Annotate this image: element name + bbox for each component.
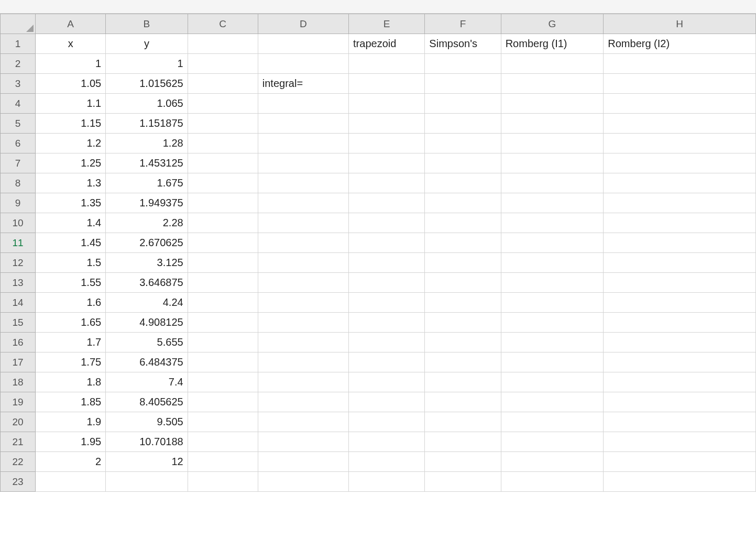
cell-B11[interactable]: 2.670625 <box>106 233 188 253</box>
cell-C6[interactable] <box>188 134 258 153</box>
cell-E3[interactable] <box>349 74 425 94</box>
cell-G7[interactable] <box>501 153 604 173</box>
cell-C18[interactable] <box>188 372 258 392</box>
cell-G17[interactable] <box>501 352 604 372</box>
cell-F23[interactable] <box>425 472 501 492</box>
cell-A7[interactable]: 1.25 <box>36 153 106 173</box>
cell-E11[interactable] <box>349 233 425 253</box>
row-head-20[interactable]: 20 <box>1 412 36 432</box>
cell-H16[interactable] <box>604 333 756 352</box>
cell-C22[interactable] <box>188 452 258 472</box>
cell-E20[interactable] <box>349 412 425 432</box>
cell-H14[interactable] <box>604 293 756 313</box>
cell-H23[interactable] <box>604 472 756 492</box>
col-head-H[interactable]: H <box>604 14 756 34</box>
cell-B1[interactable]: y <box>106 34 188 54</box>
cell-A12[interactable]: 1.5 <box>36 253 106 273</box>
cell-D6[interactable] <box>258 134 348 153</box>
row-head-16[interactable]: 16 <box>1 333 36 352</box>
cell-G6[interactable] <box>501 134 604 153</box>
cell-A2[interactable]: 1 <box>36 54 106 74</box>
cell-A4[interactable]: 1.1 <box>36 94 106 114</box>
cell-C5[interactable] <box>188 114 258 134</box>
cell-A18[interactable]: 1.8 <box>36 372 106 392</box>
cell-B20[interactable]: 9.505 <box>106 412 188 432</box>
row-head-9[interactable]: 9 <box>1 193 36 213</box>
cell-F10[interactable] <box>425 213 501 233</box>
cell-B6[interactable]: 1.28 <box>106 134 188 153</box>
cell-D12[interactable] <box>258 253 348 273</box>
cell-D9[interactable] <box>258 193 348 213</box>
cell-G8[interactable] <box>501 173 604 193</box>
cell-E4[interactable] <box>349 94 425 114</box>
cell-A21[interactable]: 1.95 <box>36 432 106 452</box>
cell-H7[interactable] <box>604 153 756 173</box>
cell-F13[interactable] <box>425 273 501 293</box>
cell-D1[interactable] <box>258 34 348 54</box>
cell-B16[interactable]: 5.655 <box>106 333 188 352</box>
cell-C21[interactable] <box>188 432 258 452</box>
cell-G15[interactable] <box>501 313 604 333</box>
cell-F18[interactable] <box>425 372 501 392</box>
cell-A19[interactable]: 1.85 <box>36 392 106 412</box>
cell-B21[interactable]: 10.70188 <box>106 432 188 452</box>
cell-F5[interactable] <box>425 114 501 134</box>
cell-G13[interactable] <box>501 273 604 293</box>
cell-D21[interactable] <box>258 432 348 452</box>
cell-E10[interactable] <box>349 213 425 233</box>
cell-E19[interactable] <box>349 392 425 412</box>
cell-B12[interactable]: 3.125 <box>106 253 188 273</box>
cell-D4[interactable] <box>258 94 348 114</box>
cell-F2[interactable] <box>425 54 501 74</box>
cell-H10[interactable] <box>604 213 756 233</box>
cell-A17[interactable]: 1.75 <box>36 352 106 372</box>
cell-E18[interactable] <box>349 372 425 392</box>
cell-B5[interactable]: 1.151875 <box>106 114 188 134</box>
cell-A23[interactable] <box>36 472 106 492</box>
cell-E2[interactable] <box>349 54 425 74</box>
row-head-3[interactable]: 3 <box>1 74 36 94</box>
cell-A22[interactable]: 2 <box>36 452 106 472</box>
cell-D16[interactable] <box>258 333 348 352</box>
cell-F6[interactable] <box>425 134 501 153</box>
cell-G4[interactable] <box>501 94 604 114</box>
cell-D23[interactable] <box>258 472 348 492</box>
cell-G20[interactable] <box>501 412 604 432</box>
cell-C19[interactable] <box>188 392 258 412</box>
cell-F16[interactable] <box>425 333 501 352</box>
cell-C23[interactable] <box>188 472 258 492</box>
cell-G19[interactable] <box>501 392 604 412</box>
cell-E17[interactable] <box>349 352 425 372</box>
cell-E12[interactable] <box>349 253 425 273</box>
cell-A5[interactable]: 1.15 <box>36 114 106 134</box>
cell-H20[interactable] <box>604 412 756 432</box>
cell-B4[interactable]: 1.065 <box>106 94 188 114</box>
cell-D19[interactable] <box>258 392 348 412</box>
cell-C20[interactable] <box>188 412 258 432</box>
cell-H22[interactable] <box>604 452 756 472</box>
cell-A20[interactable]: 1.9 <box>36 412 106 432</box>
row-head-19[interactable]: 19 <box>1 392 36 412</box>
cell-C1[interactable] <box>188 34 258 54</box>
col-head-F[interactable]: F <box>425 14 501 34</box>
cell-G12[interactable] <box>501 253 604 273</box>
cell-H8[interactable] <box>604 173 756 193</box>
cell-E1[interactable]: trapezoid <box>349 34 425 54</box>
cell-E13[interactable] <box>349 273 425 293</box>
cell-B23[interactable] <box>106 472 188 492</box>
row-head-1[interactable]: 1 <box>1 34 36 54</box>
row-head-5[interactable]: 5 <box>1 114 36 134</box>
row-head-6[interactable]: 6 <box>1 134 36 153</box>
cell-G21[interactable] <box>501 432 604 452</box>
cell-B17[interactable]: 6.484375 <box>106 352 188 372</box>
col-head-C[interactable]: C <box>188 14 258 34</box>
cell-H4[interactable] <box>604 94 756 114</box>
row-head-10[interactable]: 10 <box>1 213 36 233</box>
cell-F17[interactable] <box>425 352 501 372</box>
cell-A13[interactable]: 1.55 <box>36 273 106 293</box>
cell-E22[interactable] <box>349 452 425 472</box>
cell-B22[interactable]: 12 <box>106 452 188 472</box>
cell-G2[interactable] <box>501 54 604 74</box>
cell-A10[interactable]: 1.4 <box>36 213 106 233</box>
cell-E6[interactable] <box>349 134 425 153</box>
